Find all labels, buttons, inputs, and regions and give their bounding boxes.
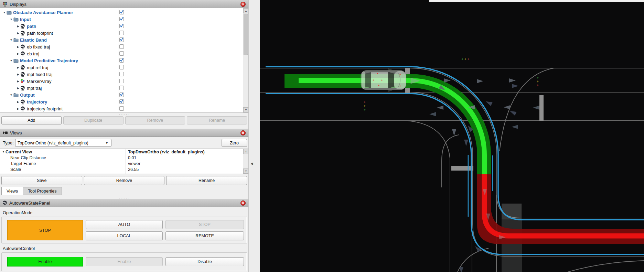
remote-button[interactable]: REMOTE (165, 231, 244, 240)
expand-icon[interactable]: ▶ (16, 80, 20, 83)
scroll-down-icon[interactable]: ▼ (243, 168, 248, 174)
displays-close-icon[interactable]: ✕ (240, 2, 246, 7)
expand-icon[interactable]: ▶ (16, 52, 20, 55)
visibility-checkbox[interactable] (119, 10, 124, 14)
tree-row-input[interactable]: ▼Input (0, 16, 248, 23)
tree-row-label: mpt fixed traj (27, 72, 52, 77)
tree-row-model-predictive-trajectory[interactable]: ▼Model Predictive Trajectory (0, 57, 248, 64)
expand-icon[interactable]: ▶ (16, 73, 20, 76)
tree-row-mpt-traj[interactable]: ▶mpt traj (0, 85, 248, 91)
property-row-scale[interactable]: Scale26.55 (0, 166, 248, 172)
tree-row-output[interactable]: ▼Output (0, 91, 248, 98)
visibility-checkbox[interactable] (119, 51, 124, 56)
render-viewport[interactable] (260, 0, 644, 272)
views-close-icon[interactable]: ✕ (240, 130, 246, 135)
property-row-current-view[interactable]: ▼Current ViewTopDownOrtho (rviz_default_… (0, 149, 248, 155)
displays-panel-titlebar[interactable]: Displays ✕ (0, 0, 248, 8)
displays-tree-scrollbar[interactable]: ▲ ▼ (243, 8, 248, 112)
display-rename-button[interactable]: Rename (187, 116, 247, 124)
collapse-icon[interactable]: ▼ (9, 18, 13, 21)
tree-row-elastic-band[interactable]: ▼Elastic Band (0, 36, 248, 43)
visibility-checkbox[interactable] (119, 31, 124, 35)
tree-row-markerarray[interactable]: ▶MarkerArray (0, 78, 248, 85)
property-value[interactable]: 0.01 (128, 155, 136, 160)
views-panel-titlebar[interactable]: Views ✕ (0, 129, 248, 137)
resize-handle[interactable]: ······ (0, 113, 248, 116)
tree-row-mpt-fixed-traj[interactable]: ▶mpt fixed traj (0, 71, 248, 78)
visibility-checkbox[interactable] (119, 24, 124, 28)
visibility-checkbox[interactable] (119, 99, 124, 104)
property-value[interactable]: 26.55 (128, 167, 139, 172)
scroll-up-icon[interactable]: ▲ (243, 149, 248, 154)
auto-button[interactable]: AUTO (86, 220, 163, 229)
tree-row-obstacle-avoidance-planner[interactable]: ▼Obstacle Avoidance Planner (0, 9, 248, 16)
state-panel-close-icon[interactable]: ✕ (240, 200, 246, 206)
views-panel-title: Views (10, 130, 22, 135)
scrollbar-thumb[interactable] (244, 14, 248, 55)
zero-button[interactable]: Zero (222, 139, 247, 147)
tree-row-eb-fixed-traj[interactable]: ▶eb fixed traj (0, 43, 248, 50)
current-view-table[interactable]: ▼Current ViewTopDownOrtho (rviz_default_… (0, 149, 248, 174)
expand-icon[interactable]: ▶ (16, 45, 20, 48)
disable-button[interactable]: Disable (165, 257, 244, 266)
display-duplicate-button[interactable]: Duplicate (63, 116, 124, 124)
panel-splitter[interactable]: ◀ (248, 0, 260, 272)
property-value[interactable]: TopDownOrtho (rviz_default_plugins) (128, 150, 205, 154)
expand-icon[interactable]: ▶ (16, 107, 20, 110)
visibility-checkbox[interactable] (119, 65, 124, 69)
expand-icon[interactable]: ▶ (16, 100, 20, 104)
displays-tree[interactable]: ▼Obstacle Avoidance Planner▼Input▶path▶p… (0, 8, 248, 113)
collapse-icon[interactable]: ▼ (1, 150, 6, 153)
scroll-down-icon[interactable]: ▼ (243, 107, 248, 112)
current-view-scrollbar[interactable]: ▲ ▼ (243, 149, 248, 174)
collapse-icon[interactable]: ▼ (9, 59, 13, 62)
collapse-panel-icon[interactable]: ◀ (250, 162, 253, 165)
stop-button[interactable]: STOP (165, 220, 244, 229)
autoware-icon (20, 24, 26, 29)
enable-button[interactable]: Enable (86, 257, 163, 266)
collapse-icon[interactable]: ▼ (2, 11, 7, 14)
tree-row-path[interactable]: ▶path (0, 23, 248, 30)
operation-mode-status: STOP (7, 220, 83, 240)
tree-row-mpt-ref-traj[interactable]: ▶mpt ref traj (0, 64, 248, 71)
visibility-checkbox[interactable] (119, 58, 124, 63)
property-value[interactable]: viewer (128, 161, 140, 166)
visibility-checkbox[interactable] (119, 93, 124, 97)
tree-row-trajectory-footprint[interactable]: ▶trajectory footprint (0, 105, 248, 112)
resize-handle[interactable]: ······ (0, 126, 248, 128)
visibility-checkbox[interactable] (119, 86, 124, 90)
visibility-checkbox[interactable] (119, 79, 124, 83)
scroll-up-icon[interactable]: ▲ (243, 8, 248, 13)
state-panel-titlebar[interactable]: AutowareStatePanel ✕ (0, 199, 248, 207)
display-remove-button[interactable]: Remove (125, 116, 185, 124)
tab-views[interactable]: Views (1, 187, 23, 195)
tree-row-path-footprint[interactable]: ▶path footprint (0, 30, 248, 36)
view-remove-button[interactable]: Remove (84, 176, 165, 185)
scene-canvas (260, 0, 644, 272)
view-type-dropdown[interactable]: TopDownOrtho (rviz_default_plugins) ▼ (15, 139, 111, 147)
tab-tool-properties[interactable]: Tool Properties (23, 187, 62, 195)
display-add-button[interactable]: Add (1, 116, 62, 124)
collapse-icon[interactable]: ▼ (9, 39, 13, 42)
property-row-near-clip-distance[interactable]: Near Clip Distance0.01 (0, 155, 248, 161)
autoware-control-label: AutowareControl (3, 246, 35, 251)
tree-row-label: Output (20, 93, 35, 98)
tree-row-trajectory[interactable]: ▶trajectory (0, 98, 248, 105)
expand-icon[interactable]: ▶ (16, 25, 20, 28)
visibility-checkbox[interactable] (119, 44, 124, 49)
view-save-button[interactable]: Save (1, 176, 82, 185)
collapse-icon[interactable]: ▼ (9, 94, 13, 97)
local-button[interactable]: LOCAL (86, 231, 163, 240)
tree-row-eb-traj[interactable]: ▶eb traj (0, 50, 248, 57)
visibility-checkbox[interactable] (119, 37, 124, 42)
visibility-checkbox[interactable] (119, 17, 124, 21)
visibility-checkbox[interactable] (119, 72, 124, 76)
tree-row-label: Model Predictive Trajectory (20, 58, 78, 63)
visibility-checkbox[interactable] (119, 106, 124, 111)
property-row-target-frame[interactable]: Target Frameviewer (0, 161, 248, 166)
tree-row-label: Input (20, 17, 31, 22)
expand-icon[interactable]: ▶ (16, 32, 20, 35)
expand-icon[interactable]: ▶ (16, 87, 20, 90)
view-rename-button[interactable]: Rename (166, 176, 247, 185)
expand-icon[interactable]: ▶ (16, 66, 20, 69)
